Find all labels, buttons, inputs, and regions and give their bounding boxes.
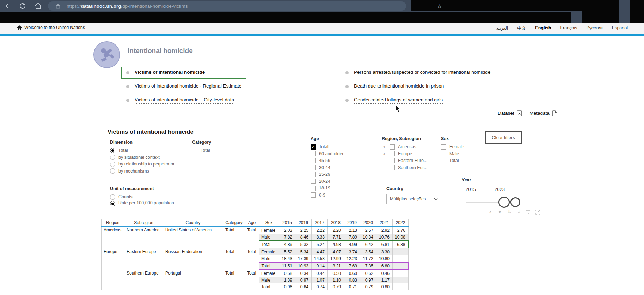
option-label: 60 and older [319, 151, 344, 156]
chevron-down-icon[interactable]: ∨ [382, 145, 386, 149]
cell-2022 [393, 248, 409, 255]
option-label: Male [449, 151, 459, 156]
nav-item-victims-of-intentional-homicide-city-level-data[interactable]: Victims of intentional homicide – City-l… [121, 94, 246, 107]
language-item[interactable]: العربية [496, 25, 508, 31]
checkbox-45-59[interactable]: 45-59 [311, 158, 344, 163]
radio-rate-per-100-000-population[interactable]: Rate per 100,000 population [110, 201, 174, 207]
radio-by-situational-context[interactable]: by situational context [110, 155, 174, 160]
cell-2016: 2.25 [295, 227, 312, 234]
column-header-subregion: Subregion [124, 219, 163, 227]
cell-2018: 4.93 [328, 241, 344, 248]
excel-file-icon[interactable] [517, 110, 522, 116]
radio-icon[interactable] [110, 162, 115, 167]
focus-mode-icon[interactable] [535, 210, 540, 215]
nav-item-victims-of-intentional-homicide[interactable]: Victims of intentional homicide [121, 67, 246, 79]
cell-country: Russian Federation [163, 248, 223, 270]
checkbox-icon[interactable] [311, 172, 316, 177]
checkbox-icon[interactable] [390, 165, 395, 170]
checkbox-icon[interactable] [441, 151, 446, 156]
un-welcome[interactable]: Welcome to the United Nations [17, 25, 85, 30]
reload-icon[interactable] [18, 2, 27, 10]
language-item[interactable]: 中文 [517, 25, 526, 31]
cell-2018: 0.79 [328, 283, 344, 290]
dataset-link[interactable]: Dataset [498, 110, 514, 116]
year-slider-handle-from[interactable] [498, 197, 510, 208]
metadata-link[interactable]: Metadata [530, 110, 550, 116]
nav-item-victims-of-intentional-homicide-regional-estimate[interactable]: Victims of intentional homicide - Region… [121, 80, 246, 93]
home-icon[interactable] [34, 2, 42, 10]
bookmark-star-icon[interactable]: ☆ [437, 3, 442, 10]
region-item-southern-eur[interactable]: Southern Eur... [390, 165, 427, 170]
filter-label: Dimension [110, 140, 174, 145]
radio-icon[interactable] [110, 194, 115, 200]
region-item-europe[interactable]: ∧Europe [382, 151, 427, 157]
region-item-eastern-euro[interactable]: Eastern Euro... [390, 158, 427, 163]
checkbox-total[interactable]: Total [441, 158, 464, 163]
year-to-input[interactable] [491, 185, 521, 194]
region-item-americas[interactable]: ∨Americas [382, 144, 427, 150]
address-bar[interactable]: https://dataunodc.un.org/dp-intentional-… [48, 1, 406, 11]
radio-by-mechanisms[interactable]: by mechanisms [110, 169, 174, 174]
checkbox-30-44[interactable]: 30-44 [311, 165, 344, 170]
cell-2022: 6.38 [393, 241, 409, 248]
radio-icon[interactable] [110, 201, 115, 206]
cell-sex: Female [259, 248, 279, 255]
checkbox-icon[interactable] [441, 158, 446, 163]
back-icon[interactable] [4, 2, 13, 10]
radio-counts[interactable]: Counts [110, 194, 174, 200]
radio-total[interactable]: Total [110, 148, 174, 153]
drill-up-icon[interactable]: ∧ [488, 210, 493, 215]
checkbox-20-24[interactable]: 20-24 [311, 179, 344, 184]
checkbox-icon[interactable]: ✓ [311, 144, 316, 150]
year-slider-handle-to[interactable] [510, 197, 520, 207]
drill-mode-icon[interactable]: ⇣ [516, 210, 521, 215]
checkbox-icon[interactable] [311, 158, 316, 163]
cell-sex: Total [259, 262, 279, 270]
country-dropdown[interactable]: Múltiplas seleções [386, 194, 441, 204]
filters-icon[interactable] [526, 210, 531, 215]
checkbox-female[interactable]: Female [441, 144, 464, 150]
checkbox-icon[interactable] [441, 144, 446, 150]
cell-2016: 8.46 [295, 234, 312, 241]
checkbox-25-29[interactable]: 25-29 [311, 172, 344, 177]
chevron-up-icon[interactable]: ∧ [382, 152, 386, 156]
language-fran-ais[interactable]: Français [560, 25, 577, 31]
checkbox-total[interactable]: Total [192, 148, 211, 153]
checkbox-icon[interactable] [311, 192, 316, 198]
checkbox-icon[interactable] [390, 151, 395, 156]
checkbox-icon[interactable] [311, 186, 316, 191]
clear-filters-button[interactable]: Clear filters [485, 131, 522, 144]
window-notch [571, 12, 582, 23]
checkbox-icon[interactable] [192, 148, 197, 153]
lock-icon [56, 4, 60, 9]
checkbox-60-and-older[interactable]: 60 and older [311, 151, 344, 157]
checkbox-icon[interactable] [311, 165, 316, 170]
expand-next-level-icon[interactable]: ⇊ [507, 210, 512, 215]
checkbox-0-9[interactable]: 0-9 [311, 193, 344, 198]
cell-2017: 8.33 [312, 234, 328, 241]
checkbox-total[interactable]: ✓Total [311, 144, 344, 150]
language-item[interactable]: Русский [586, 25, 602, 31]
language-english[interactable]: English [535, 25, 551, 31]
cell-sex: Female [259, 227, 279, 234]
radio-icon[interactable] [110, 168, 115, 174]
radio-icon[interactable] [110, 155, 115, 160]
radio-by-relationship-to-perpetrator[interactable]: by relationship to perpetrator [110, 162, 174, 167]
nav-item-gender-related-killings-of-women-and-girls[interactable]: Gender-related killings of women and gir… [341, 94, 495, 107]
checkbox-icon[interactable] [390, 158, 395, 163]
checkbox-18-19[interactable]: 18-19 [311, 186, 344, 191]
nav-item-persons-arrested-suspected-or-convicted-for-intentional-homicide[interactable]: Persons arrested/suspected or convicted … [341, 67, 495, 79]
scrollbar-strip[interactable] [619, 0, 630, 23]
cell-2020: 11.72 [360, 255, 376, 262]
nav-item-death-due-to-intentional-homicide-in-prison[interactable]: Death due to intentional homicide in pri… [341, 80, 495, 93]
drill-down-icon[interactable]: ▾ [497, 210, 502, 215]
checkbox-icon[interactable] [311, 151, 316, 156]
language-espa-ol[interactable]: Español [612, 25, 628, 31]
cell-2015: 18.43 [279, 255, 295, 262]
year-from-input[interactable] [462, 185, 492, 194]
checkbox-icon[interactable] [311, 179, 316, 184]
checkbox-male[interactable]: Male [441, 151, 464, 157]
checkbox-icon[interactable] [390, 144, 395, 150]
radio-icon[interactable] [110, 148, 115, 153]
pdf-file-icon[interactable] [552, 110, 557, 116]
